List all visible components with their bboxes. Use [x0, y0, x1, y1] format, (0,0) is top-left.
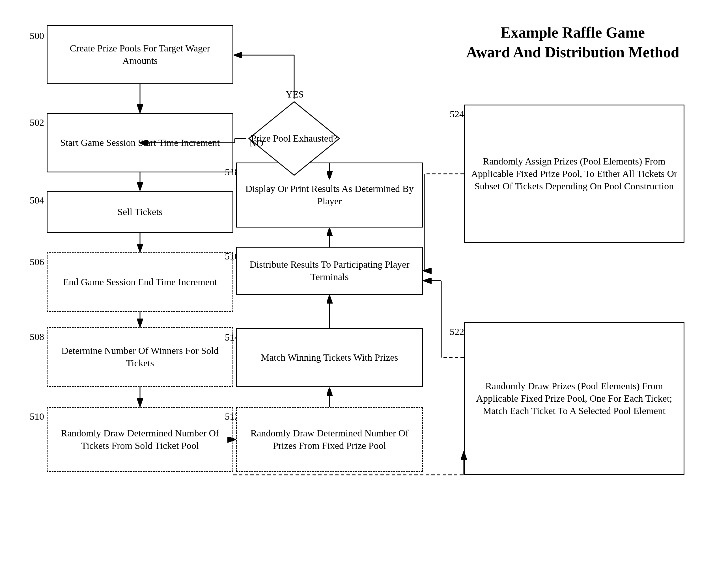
yes-label: YES — [286, 89, 304, 100]
label-524: 524 — [450, 109, 464, 120]
box-512: Randomly Draw Determined Number Of Prize… — [236, 407, 423, 472]
box-514: Match Winning Tickets With Prizes — [236, 328, 423, 387]
diagram: Example Raffle Game Award And Distributi… — [0, 0, 728, 565]
box-502: Start Game Session Start Time Increment — [47, 113, 233, 173]
box-500: Create Prize Pools For Target Wager Amou… — [47, 25, 233, 84]
box-504: Sell Tickets — [47, 191, 233, 233]
box-506: End Game Session End Time Increment — [47, 253, 233, 312]
label-510: 510 — [30, 411, 44, 422]
box-524: Randomly Assign Prizes (Pool Elements) F… — [464, 105, 684, 243]
diagram-title: Example Raffle Game Award And Distributi… — [438, 23, 707, 62]
label-502: 502 — [30, 117, 44, 128]
label-522: 522 — [450, 326, 464, 337]
label-504: 504 — [30, 195, 44, 206]
label-500: 500 — [30, 31, 44, 41]
box-508: Determine Number Of Winners For Sold Tic… — [47, 327, 233, 387]
label-508: 508 — [30, 331, 44, 342]
label-506: 506 — [30, 257, 44, 268]
box-522: Randomly Draw Prizes (Pool Elements) Fro… — [464, 322, 684, 475]
box-516: Distribute Results To Participating Play… — [236, 247, 423, 295]
box-510: Randomly Draw Determined Number Of Ticke… — [47, 407, 233, 472]
diamond-520: Prize Pool Exhausted? — [246, 99, 342, 178]
